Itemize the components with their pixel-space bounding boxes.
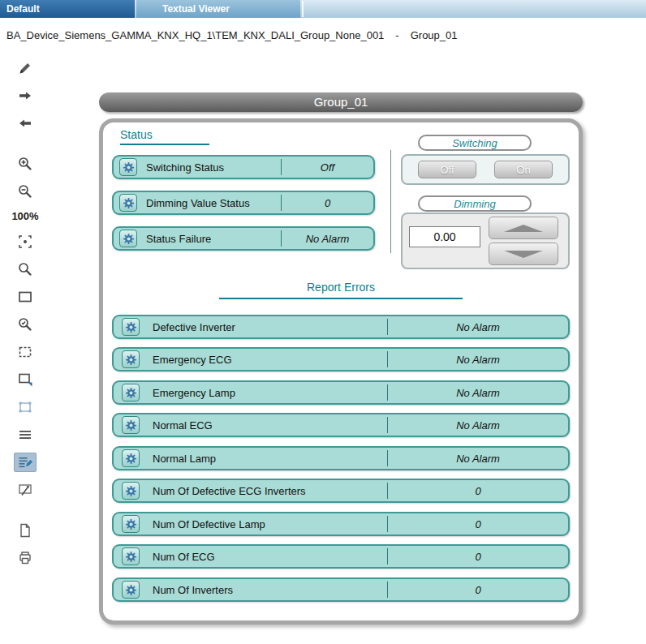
gear-icon — [125, 518, 137, 530]
gear-icon — [125, 584, 137, 596]
fit-to-region-icon[interactable] — [14, 370, 37, 389]
arrow-down-icon — [504, 251, 543, 258]
status-row-value: 0 — [282, 197, 373, 209]
marquee-zoom-icon[interactable] — [14, 287, 37, 307]
property-gear-button[interactable] — [119, 230, 137, 247]
status-heading: Status — [120, 128, 209, 145]
status-row-label: Status Failure — [146, 233, 281, 245]
breadcrumb-separator: - — [395, 29, 398, 41]
property-gear-button[interactable] — [122, 416, 140, 434]
gear-icon — [125, 387, 137, 399]
tab-textual-viewer[interactable]: Textual Viewer — [136, 0, 300, 18]
report-row-value: 0 — [388, 518, 568, 530]
tab-separator — [302, 1, 304, 17]
toolbar-sidebar: 100% — [0, 58, 50, 568]
gear-icon — [125, 485, 137, 497]
property-gear-button[interactable] — [122, 318, 140, 336]
magnifier-icon[interactable] — [14, 260, 37, 279]
dimming-group-label: Dimming — [418, 195, 532, 212]
report-row-label: Defective Inverter — [153, 321, 387, 333]
arrow-forward-icon[interactable] — [14, 86, 37, 105]
center-view-icon[interactable] — [14, 232, 37, 251]
status-row-dimming-value: Dimming Value Status 0 — [112, 191, 375, 215]
report-row-value: No Alarm — [388, 354, 568, 366]
zoom-in-icon[interactable] — [14, 154, 37, 174]
breadcrumb: BA_Device_Siemens_GAMMA_KNX_HQ_1\TEM_KNX… — [6, 29, 458, 41]
report-row-num-of-ecg: Num Of ECG 0 — [112, 544, 570, 569]
report-row-label: Num Of Defective ECG Inverters — [153, 485, 387, 497]
report-row-label: Normal ECG — [153, 419, 387, 431]
report-row-num-defective-lamp: Num Of Defective Lamp 0 — [112, 512, 570, 536]
report-row-emergency-ecg: Emergency ECG No Alarm — [112, 347, 570, 371]
textual-viewer-icon[interactable] — [14, 453, 37, 472]
arrow-back-icon[interactable] — [14, 114, 37, 133]
report-row-defective-inverter: Defective Inverter No Alarm — [112, 315, 570, 339]
page-setup-icon[interactable] — [14, 521, 37, 540]
status-row-switching-status: Switching Status Off — [112, 155, 375, 179]
report-errors-heading: Report Errors — [219, 281, 463, 299]
report-row-normal-lamp: Normal Lamp No Alarm — [112, 446, 570, 470]
breadcrumb-current: Group_01 — [411, 29, 458, 41]
report-row-num-defective-ecg-inverters: Num Of Defective ECG Inverters 0 — [112, 479, 570, 503]
zoom-out-icon[interactable] — [14, 182, 37, 201]
tab-default[interactable]: Default — [0, 0, 135, 18]
status-row-status-failure: Status Failure No Alarm — [112, 226, 375, 251]
report-row-label: Emergency ECG — [153, 354, 387, 366]
arrow-up-icon — [504, 225, 543, 232]
property-gear-button[interactable] — [119, 194, 137, 212]
group-title-bar: Group_01 — [99, 92, 583, 112]
menu-lines-icon[interactable] — [14, 425, 37, 444]
report-row-value: No Alarm — [388, 453, 568, 465]
dimming-decrease-button[interactable] — [489, 243, 558, 265]
zoom-level-label[interactable]: 100% — [11, 209, 38, 224]
report-row-num-of-inverters: Num Of Inverters 0 — [112, 577, 570, 602]
gear-icon — [125, 551, 137, 563]
report-row-emergency-lamp: Emergency Lamp No Alarm — [112, 380, 570, 405]
status-row-label: Switching Status — [146, 161, 281, 174]
report-row-value: No Alarm — [388, 387, 568, 399]
gear-icon — [123, 161, 135, 174]
report-row-value: 0 — [388, 551, 568, 563]
breadcrumb-path: BA_Device_Siemens_GAMMA_KNX_HQ_1\TEM_KNX… — [6, 29, 384, 41]
report-row-label: Normal Lamp — [153, 453, 387, 465]
dimming-control-group — [401, 213, 570, 269]
gear-icon — [123, 233, 135, 245]
report-row-label: Num Of ECG — [153, 551, 387, 563]
switch-off-button[interactable]: Off — [418, 161, 476, 178]
property-gear-button[interactable] — [122, 482, 140, 500]
crop-icon[interactable] — [14, 342, 37, 362]
gear-icon — [125, 419, 137, 431]
switch-on-button[interactable]: On — [494, 161, 553, 178]
dimming-increase-button[interactable] — [489, 217, 558, 239]
property-gear-button[interactable] — [122, 449, 140, 467]
status-switching-divider — [390, 150, 391, 253]
dimming-value-input[interactable] — [409, 226, 480, 247]
report-row-value: 0 — [388, 485, 568, 497]
report-row-label: Num Of Defective Lamp — [153, 518, 387, 530]
report-row-value: No Alarm — [388, 321, 568, 333]
zoom-selection-icon[interactable] — [14, 315, 37, 334]
property-gear-button[interactable] — [122, 350, 140, 368]
print-icon[interactable] — [14, 548, 37, 568]
property-gear-button[interactable] — [122, 515, 140, 533]
property-gear-button[interactable] — [122, 581, 140, 599]
switching-group-label: Switching — [418, 135, 532, 151]
report-row-label: Emergency Lamp — [153, 387, 387, 399]
pen-icon[interactable] — [14, 58, 37, 78]
frame-handles-icon[interactable] — [14, 397, 37, 417]
property-gear-button[interactable] — [119, 158, 137, 176]
property-gear-button[interactable] — [122, 384, 140, 401]
report-row-normal-ecg: Normal ECG No Alarm — [112, 413, 570, 437]
tab-strip: Default Textual Viewer — [0, 0, 646, 18]
gear-icon — [125, 354, 137, 366]
graphic-viewer-icon[interactable] — [14, 480, 37, 500]
switching-button-group: Off On — [401, 154, 570, 185]
property-gear-button[interactable] — [122, 547, 140, 565]
report-row-value: No Alarm — [388, 419, 568, 431]
report-row-label: Num Of Inverters — [153, 584, 387, 596]
gear-icon — [125, 321, 137, 333]
report-row-value: 0 — [388, 584, 568, 596]
group-panel: Status Switching Status Off Dimming Valu… — [99, 118, 583, 625]
status-row-label: Dimming Value Status — [146, 197, 281, 209]
gear-icon — [123, 197, 135, 209]
